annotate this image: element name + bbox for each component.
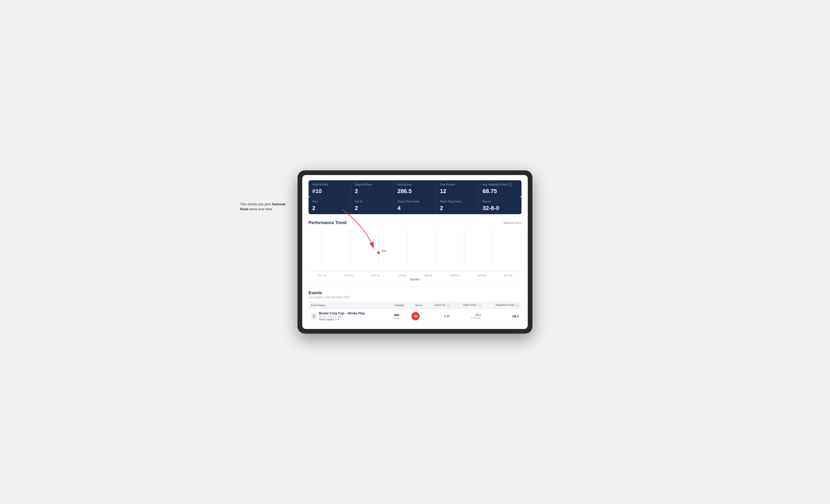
avg-weighted-info-icon[interactable]: i xyxy=(509,183,512,186)
stat-national-rank: National Rank #10 xyxy=(309,180,351,197)
stats-row-2: Wins 2 Top 3s 2 Stroke Play Events 4 Mat… xyxy=(309,197,521,214)
weighted-points-value: 28.3 xyxy=(483,309,521,324)
event-score: -22 xyxy=(407,309,425,324)
chart-data-label: #10 xyxy=(382,249,386,253)
stat-record: Record 32-8-0 xyxy=(479,197,521,214)
events-table-header: Event Name Position Score Event SG i Tot… xyxy=(309,302,521,309)
month-mar24: MAR 24 xyxy=(450,274,459,277)
stat-regional-rank: Regional Rank 2 xyxy=(351,180,393,197)
month-dec23: DEC 23 xyxy=(371,274,380,277)
event-name: Buster Cozy Cup – Stroke Play xyxy=(319,311,364,315)
stat-stroke-play: Stroke Play Events 4 xyxy=(393,197,436,214)
month-nov23: NOV 23 xyxy=(345,274,353,277)
event-date: Oct 9 – Oct 10, 2023 xyxy=(319,315,364,318)
col-event-sg: Event SG i xyxy=(425,302,452,309)
month-apr24: APR 24 xyxy=(477,274,485,277)
performance-trend-title: Performance Trend xyxy=(309,221,347,225)
col-weighted-points: Weighted Points i xyxy=(483,302,521,309)
table-row: 🏌 Buster Cozy Cup – Stroke Play Oct 9 – … xyxy=(309,309,521,324)
events-table: Event Name Position Score Event SG i Tot… xyxy=(309,302,521,324)
event-sg-value: 0.45 xyxy=(425,309,452,324)
event-sg-info-icon[interactable]: i xyxy=(447,304,450,307)
score-badge: -22 xyxy=(411,312,420,321)
performance-chart: #10 xyxy=(309,229,521,271)
chart-x-axis-title: Months xyxy=(309,278,521,281)
stat-total-rounds: Total Rounds 12 xyxy=(437,180,479,197)
event-details: Buster Cozy Cup – Stroke Play Oct 9 – Oc… xyxy=(319,311,364,321)
col-total-points: Total Points i xyxy=(452,302,483,309)
chart-label: National Rank xyxy=(504,221,521,224)
stat-match-play: Match Play Events 2 xyxy=(437,197,479,214)
performance-trend-header: Performance Trend National Rank xyxy=(309,221,521,225)
stat-avg-weighted-points: Avg. Weighted Points i 68.75 xyxy=(479,180,521,197)
chart-svg: #10 xyxy=(309,229,521,271)
rank-impact-arrow: ▼ xyxy=(337,318,340,321)
stat-top3s: Top 3s 2 xyxy=(351,197,393,214)
event-icon: 🏌 xyxy=(311,313,317,319)
month-feb24: FEB 24 xyxy=(424,274,432,277)
chart-months: OCT 23 NOV 23 DEC 23 JAN 24 FEB 24 MAR 2… xyxy=(309,273,521,278)
col-score: Score xyxy=(407,302,425,309)
month-may24: MAY 24 xyxy=(504,274,512,277)
month-jan24: JAN 24 xyxy=(398,274,406,277)
chart-data-point xyxy=(377,251,380,254)
tablet-device: National Rank #10 Regional Rank 2 Scorin… xyxy=(297,170,533,334)
stat-wins: Wins 2 xyxy=(309,197,351,214)
col-event-name: Event Name xyxy=(309,302,387,309)
events-last-updated: Last updated: 24th November 2023 xyxy=(309,296,521,299)
total-points-info-icon[interactable]: i xyxy=(478,304,481,307)
event-name-cell: 🏌 Buster Cozy Cup – Stroke Play Oct 9 – … xyxy=(309,309,387,324)
total-points-value: 28.3 3 Rounds xyxy=(452,309,483,324)
weighted-points-info-icon[interactable]: i xyxy=(516,304,519,307)
annotation: This shows you your National Rank trend … xyxy=(240,202,292,212)
month-oct23: OCT 23 xyxy=(318,274,326,277)
event-position: 6th out of 7 xyxy=(387,309,406,324)
events-section: Events Last updated: 24th November 2023 … xyxy=(309,286,521,324)
event-rank-impact: Rank Impact: 3 ▼ xyxy=(319,318,364,321)
tablet-screen: National Rank #10 Regional Rank 2 Scorin… xyxy=(302,175,528,329)
stat-scoring-avg: Scoring Avg. 286.5 xyxy=(393,180,436,197)
events-title: Events xyxy=(309,291,521,295)
stats-row-1: National Rank #10 Regional Rank 2 Scorin… xyxy=(309,180,521,197)
col-position: Position xyxy=(387,302,406,309)
